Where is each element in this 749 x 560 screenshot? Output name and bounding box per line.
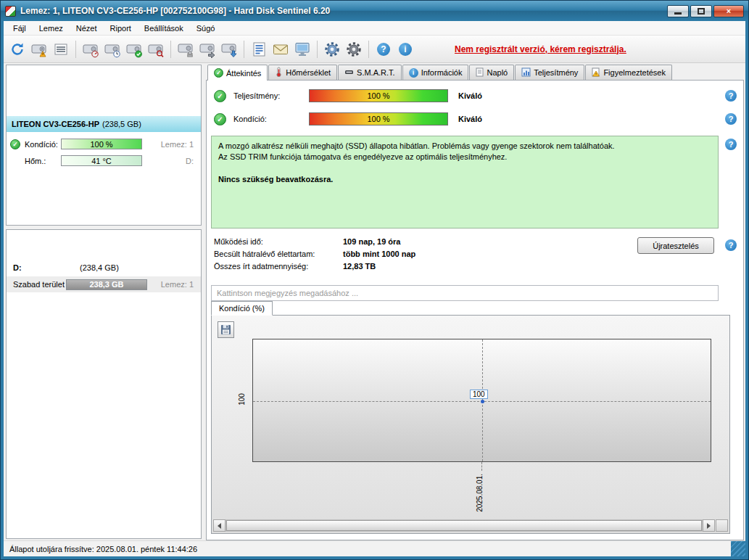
main-area: ✓ Áttekintés Hőmérséklet S.M.A.R.T. i In… — [206, 65, 744, 540]
performance-meter: 100 % — [309, 89, 448, 102]
disk-name: LITEON CV3-CE256-HP — [12, 120, 99, 128]
tab-label: S.M.A.R.T. — [357, 68, 395, 77]
disk-status-icon[interactable] — [29, 39, 49, 59]
status-bar: Állapot utoljára frissítve: 2025.08.01. … — [4, 540, 745, 556]
disk-size: (238,5 GB) — [102, 120, 141, 128]
partition-free-row[interactable]: Szabad terület 238,3 GB Lemez: 1 — [7, 276, 201, 292]
report-icon[interactable] — [249, 39, 269, 59]
free-space-label: Szabad terület — [13, 280, 66, 289]
partition-header-row[interactable]: D: (238,4 GB) — [13, 263, 195, 272]
help-icon[interactable]: ? — [373, 39, 394, 59]
settings-gear-icon[interactable] — [322, 39, 342, 59]
chart-plot-area: 100 — [252, 339, 711, 462]
title-bar[interactable]: Lemez: 1, LITEON CV3-CE256-HP [002752100… — [1, 1, 748, 21]
performance-chart-icon — [521, 67, 531, 78]
condition-ok-icon: ✓ — [214, 113, 226, 125]
condition-rating: Kiváló — [458, 115, 482, 123]
chart-scrollbar — [213, 519, 728, 532]
menu-settings[interactable]: Beállítások — [138, 22, 190, 34]
performance-ok-icon: ✓ — [214, 90, 226, 102]
disk-download-icon[interactable] — [219, 39, 239, 59]
email-report-icon[interactable] — [270, 39, 291, 59]
scrollbar-track[interactable] — [225, 519, 703, 532]
lifetime-row: Becsült hátralévő élettartam: több mint … — [214, 250, 415, 258]
floppy-icon — [220, 324, 231, 335]
scrollbar-thumb[interactable] — [226, 520, 702, 531]
disk-scheduled-test-icon[interactable] — [102, 39, 123, 59]
tab-performance[interactable]: Teljesítmény — [515, 65, 584, 80]
app-icon — [5, 6, 16, 17]
alerts-page-icon — [592, 67, 600, 78]
status-line-2: Az SSD TRIM funkciója támogatva és enged… — [218, 152, 711, 162]
disk-list-panel: LITEON CV3-CE256-HP (238,5 GB) ✓ Kondíci… — [6, 65, 202, 226]
menu-help[interactable]: Súgó — [190, 22, 222, 34]
log-page-icon — [476, 67, 484, 78]
window-title: Lemez: 1, LITEON CV3-CE256-HP [002752100… — [20, 6, 663, 16]
tab-temperature[interactable]: Hőmérséklet — [268, 65, 337, 80]
total-written-row: Összes írt adatmennyiség: 12,83 TB — [214, 262, 376, 271]
remote-monitor-icon[interactable] — [292, 39, 313, 59]
condition-meter: 100 % — [309, 112, 448, 125]
menu-view[interactable]: Nézet — [70, 22, 104, 34]
menu-bar: Fájl Lemez Nézet Riport Beállítások Súgó — [4, 21, 745, 36]
performance-help-icon[interactable]: ? — [725, 90, 737, 102]
tab-information[interactable]: i Információk — [402, 65, 469, 80]
free-space-meter: 238,3 GB — [66, 279, 147, 290]
power-on-time-row: Működési idő: 109 nap, 19 óra — [214, 237, 401, 246]
register-notice-link[interactable]: Nem regisztrált verzió, kérem regisztrál… — [455, 44, 626, 54]
app-frame: Fájl Lemez Nézet Riport Beállítások Súgó — [4, 21, 745, 556]
details-view-icon[interactable] — [51, 39, 71, 59]
disk-list-item-selected[interactable]: LITEON CV3-CE256-HP (238,5 GB) — [7, 116, 201, 132]
partition-size: (238,4 GB) — [80, 263, 119, 272]
disk-copy-icon[interactable] — [197, 39, 218, 59]
chart-tab-condition[interactable]: Kondíció (%) — [211, 301, 273, 316]
disk-surface-test-icon[interactable] — [146, 39, 166, 59]
scroll-left-button[interactable] — [213, 519, 225, 532]
retest-button[interactable]: Újratesztelés — [637, 237, 714, 254]
information-icon: i — [409, 68, 418, 78]
condition-label: Kondíció: — [233, 115, 309, 123]
tab-log[interactable]: Napló — [469, 65, 514, 80]
disk-temperature-row: Hőm.: 41 °C D: — [7, 155, 201, 167]
tab-overview[interactable]: ✓ Áttekintés — [207, 65, 268, 81]
app-window: Lemez: 1, LITEON CV3-CE256-HP [002752100… — [0, 0, 749, 560]
partition-drive: D: — [13, 263, 80, 272]
advanced-settings-gear-icon[interactable] — [344, 39, 364, 59]
total-written-label: Összes írt adatmennyiség: — [214, 262, 343, 271]
close-button[interactable]: × — [713, 5, 744, 17]
condition-meter: 100 % — [61, 139, 142, 149]
disk-eject-icon[interactable] — [175, 39, 196, 59]
total-written-value: 12,83 TB — [343, 262, 376, 271]
tab-label: Hőmérséklet — [286, 68, 331, 77]
tab-alerts[interactable]: Figyelmeztetések — [585, 65, 672, 80]
toolbar-separator — [368, 41, 369, 58]
overview-check-icon: ✓ — [214, 68, 223, 78]
tab-smart[interactable]: S.M.A.R.T. — [338, 65, 402, 80]
retest-help-icon[interactable]: ? — [725, 239, 737, 251]
condition-help-icon[interactable]: ? — [725, 113, 737, 125]
chart-point-label: 100 — [470, 390, 488, 399]
tab-label: Napló — [487, 68, 508, 77]
scroll-right-button[interactable] — [703, 519, 715, 532]
info-icon[interactable]: i — [395, 39, 415, 59]
maximize-button[interactable] — [690, 5, 712, 17]
tab-label: Teljesítmény — [534, 68, 578, 77]
power-on-time-label: Működési idő: — [214, 237, 343, 246]
status-help-icon[interactable]: ? — [725, 139, 737, 150]
performance-label: Teljesítmény: — [233, 91, 309, 100]
overview-content: ✓ Teljesítmény: 100 % Kiváló ? ✓ Kondíci… — [206, 80, 744, 540]
minimize-button[interactable] — [667, 5, 689, 17]
status-text-box: A mozgó alkatrész nélküli meghajtó (SSD)… — [211, 136, 719, 228]
menu-file[interactable]: Fájl — [7, 22, 33, 34]
disk-number-label: Lemez: 1 — [161, 280, 194, 289]
toolbar: ? i Nem regisztrált verzió, kérem regisz… — [4, 36, 745, 63]
resize-grip[interactable] — [731, 541, 745, 556]
save-chart-button[interactable] — [218, 321, 234, 338]
comment-input[interactable] — [211, 285, 719, 301]
menu-report[interactable]: Riport — [104, 22, 138, 34]
smart-gauge-icon — [344, 67, 354, 78]
disk-short-test-icon[interactable] — [80, 39, 101, 59]
menu-disk[interactable]: Lemez — [33, 22, 70, 34]
disk-test-ok-icon[interactable] — [124, 39, 144, 59]
refresh-icon[interactable] — [7, 39, 28, 59]
